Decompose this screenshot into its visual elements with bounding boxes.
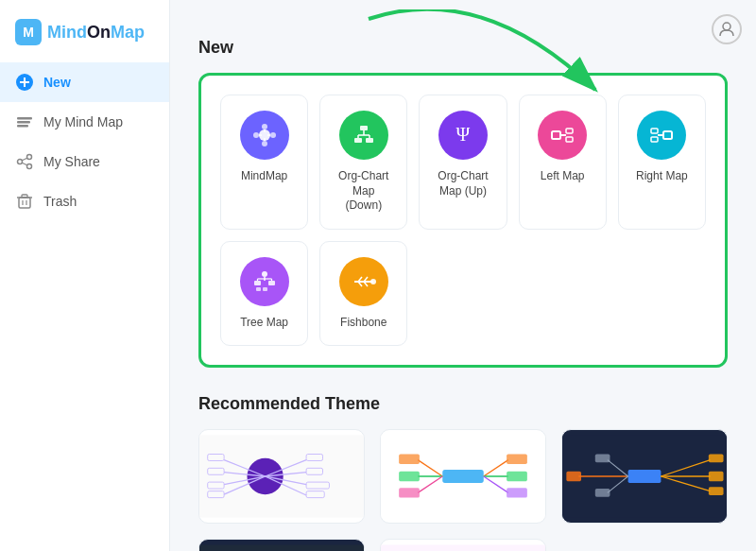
svg-rect-5 [17, 125, 28, 128]
svg-rect-95 [595, 455, 610, 463]
new-section: New MindMap Org-Chart Map(Down) [198, 38, 728, 551]
org-chart-up-label: Org-Chart Map (Up) [427, 169, 498, 198]
svg-point-7 [18, 160, 23, 164]
svg-point-43 [262, 271, 267, 277]
logo-text: MindOnMap [47, 23, 145, 43]
logo: M MindOnMap [0, 9, 169, 62]
map-card-tree-map[interactable]: Tree Map [220, 241, 308, 347]
svg-rect-13 [22, 195, 27, 198]
svg-point-19 [262, 124, 267, 129]
svg-rect-28 [354, 138, 362, 143]
svg-rect-29 [366, 138, 373, 143]
map-card-left-map[interactable]: Left Map [519, 95, 607, 230]
svg-point-20 [262, 141, 267, 146]
recommended-grid [198, 429, 728, 551]
map-card-fishbone[interactable]: Fishbone [319, 241, 407, 347]
svg-point-8 [27, 164, 32, 169]
svg-rect-99 [709, 455, 724, 463]
svg-rect-97 [595, 489, 610, 497]
theme-card-1[interactable] [198, 429, 365, 524]
recommended-section: Recommended Theme [198, 394, 728, 551]
svg-point-21 [253, 132, 259, 138]
svg-rect-3 [17, 117, 32, 120]
svg-line-10 [22, 163, 26, 165]
svg-rect-79 [399, 455, 420, 464]
svg-point-22 [270, 132, 276, 138]
org-chart-up-icon-circle: Ψ [438, 111, 488, 160]
svg-rect-27 [360, 126, 368, 130]
svg-rect-77 [442, 470, 484, 483]
plus-icon [15, 73, 34, 92]
theme-card-3[interactable] [561, 429, 728, 524]
recommended-title: Recommended Theme [198, 394, 728, 414]
map-card-mindmap[interactable]: MindMap [220, 95, 308, 230]
svg-rect-87 [507, 472, 527, 481]
org-chart-down-label: Org-Chart Map(Down) [328, 169, 399, 214]
svg-rect-89 [507, 489, 527, 498]
share-icon [15, 152, 34, 171]
theme-card-5[interactable] [380, 539, 546, 551]
svg-point-6 [27, 155, 32, 160]
sidebar-item-trash-label: Trash [43, 194, 77, 209]
svg-rect-93 [566, 472, 581, 481]
sidebar: M MindOnMap New My Mind Map My Share Tra… [0, 0, 170, 551]
map-card-org-chart-down[interactable]: Org-Chart Map(Down) [319, 95, 407, 230]
tree-map-label: Tree Map [240, 316, 288, 331]
sidebar-item-my-share-label: My Share [43, 154, 100, 169]
map-card-empty-1 [419, 241, 507, 347]
map-card-right-map[interactable]: Right Map [618, 95, 706, 230]
mindmap-label: MindMap [241, 169, 287, 184]
org-chart-down-icon-circle [339, 111, 388, 160]
svg-rect-42 [651, 137, 658, 142]
svg-rect-11 [19, 198, 30, 208]
sidebar-item-my-mind-map[interactable]: My Mind Map [0, 102, 169, 142]
tree-map-icon-circle [240, 257, 289, 306]
mindmap-icon-circle [240, 111, 289, 160]
theme-card-4[interactable] [198, 539, 365, 551]
svg-rect-85 [507, 455, 527, 464]
left-map-label: Left Map [541, 169, 585, 184]
theme-card-2[interactable] [380, 429, 546, 524]
sidebar-item-trash[interactable]: Trash [0, 181, 169, 221]
sidebar-item-new-label: New [43, 75, 71, 90]
new-grid-container: MindMap Org-Chart Map(Down) Ψ Org-Chart … [198, 73, 728, 368]
main-content: New MindMap Org-Chart Map(Down) [170, 0, 756, 551]
svg-text:Ψ: Ψ [456, 124, 471, 145]
map-card-empty-3 [618, 241, 706, 347]
svg-rect-81 [399, 472, 420, 481]
left-map-icon-circle [538, 111, 587, 160]
svg-line-9 [22, 158, 26, 161]
map-grid-row1: MindMap Org-Chart Map(Down) Ψ Org-Chart … [220, 95, 706, 230]
svg-rect-51 [263, 287, 267, 291]
mind-map-icon [15, 112, 34, 131]
svg-rect-37 [566, 129, 573, 133]
svg-rect-41 [651, 129, 658, 133]
svg-rect-38 [566, 137, 573, 142]
svg-rect-91 [628, 470, 662, 483]
svg-rect-50 [256, 287, 261, 291]
svg-rect-118 [381, 545, 545, 551]
fishbone-icon-circle [339, 257, 388, 306]
fishbone-label: Fishbone [340, 316, 387, 331]
map-grid-row2: Tree Map Fishbone [220, 241, 706, 347]
logo-icon: M [15, 19, 42, 45]
svg-rect-46 [268, 281, 275, 285]
sidebar-item-new[interactable]: New [0, 62, 169, 102]
svg-point-16 [723, 23, 730, 30]
map-card-empty-2 [519, 241, 607, 347]
svg-point-57 [370, 279, 376, 284]
svg-rect-35 [552, 131, 560, 139]
right-map-label: Right Map [636, 169, 688, 184]
svg-rect-103 [709, 488, 724, 496]
new-section-title: New [198, 38, 728, 58]
svg-rect-104 [199, 545, 364, 551]
user-profile-button[interactable] [712, 14, 742, 44]
trash-icon [15, 192, 34, 211]
svg-rect-39 [663, 131, 672, 139]
right-map-icon-circle [637, 111, 686, 160]
sidebar-item-my-share[interactable]: My Share [0, 142, 169, 181]
svg-rect-101 [709, 472, 724, 481]
sidebar-item-my-mind-map-label: My Mind Map [43, 114, 123, 129]
map-card-org-chart-up[interactable]: Ψ Org-Chart Map (Up) [419, 95, 507, 230]
svg-rect-45 [254, 281, 261, 285]
